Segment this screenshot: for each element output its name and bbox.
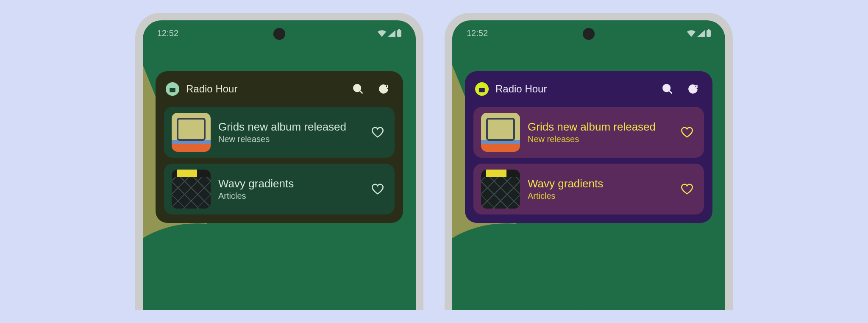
wifi-icon bbox=[687, 30, 696, 37]
refresh-icon bbox=[378, 83, 389, 95]
svg-point-2 bbox=[173, 89, 175, 91]
clock: 12:52 bbox=[467, 28, 488, 38]
app-icon[interactable] bbox=[475, 82, 489, 96]
item-texts: Wavy gradients Articles bbox=[218, 177, 361, 201]
status-bar: 12:52 bbox=[143, 20, 416, 46]
radio-icon bbox=[478, 85, 486, 93]
item-title: Wavy gradients bbox=[218, 177, 361, 190]
refresh-icon bbox=[687, 83, 699, 95]
item-title: Grids new album released bbox=[528, 120, 670, 134]
item-texts: Grids new album released New releases bbox=[528, 120, 670, 144]
radio-hour-widget[interactable]: Radio Hour Grids new album released New … bbox=[465, 71, 712, 223]
battery-icon bbox=[707, 29, 711, 37]
heart-icon bbox=[371, 183, 384, 195]
svg-line-4 bbox=[360, 91, 363, 94]
status-bar: 12:52 bbox=[452, 20, 725, 46]
item-subtitle: Articles bbox=[528, 191, 670, 201]
widget-header: Radio Hour bbox=[473, 80, 704, 98]
item-thumbnail bbox=[481, 170, 520, 209]
status-icons bbox=[687, 29, 711, 37]
widget-title: Radio Hour bbox=[186, 83, 342, 95]
refresh-button[interactable] bbox=[684, 80, 702, 98]
phone-mockup-dynamic-theme: 12:52 Radio Hour bbox=[445, 13, 733, 310]
search-button[interactable] bbox=[349, 80, 367, 98]
clock: 12:52 bbox=[157, 28, 178, 38]
signal-icon bbox=[697, 30, 705, 37]
svg-rect-1 bbox=[397, 30, 401, 37]
widget-header: Radio Hour bbox=[164, 80, 395, 98]
screen: 12:52 Radio Hour bbox=[452, 20, 725, 310]
widget-title: Radio Hour bbox=[495, 83, 651, 95]
item-subtitle: Articles bbox=[218, 191, 361, 201]
search-icon bbox=[662, 83, 673, 95]
item-subtitle: New releases bbox=[218, 134, 361, 144]
svg-point-3 bbox=[354, 85, 361, 92]
wifi-icon bbox=[378, 30, 386, 37]
svg-line-9 bbox=[669, 91, 672, 94]
radio-icon bbox=[169, 85, 176, 93]
search-icon bbox=[352, 83, 364, 95]
favorite-button[interactable] bbox=[368, 180, 387, 198]
favorite-button[interactable] bbox=[678, 123, 696, 142]
item-texts: Wavy gradients Articles bbox=[528, 177, 670, 201]
signal-icon bbox=[388, 30, 395, 37]
battery-icon bbox=[397, 29, 401, 37]
favorite-button[interactable] bbox=[678, 180, 696, 198]
item-thumbnail bbox=[172, 170, 211, 209]
item-texts: Grids new album released New releases bbox=[218, 120, 361, 144]
item-thumbnail bbox=[481, 113, 520, 152]
svg-rect-6 bbox=[707, 30, 711, 37]
item-title: Wavy gradients bbox=[528, 177, 670, 190]
list-item[interactable]: Grids new album released New releases bbox=[164, 107, 395, 158]
app-icon[interactable] bbox=[166, 82, 179, 96]
item-thumbnail bbox=[172, 113, 211, 152]
favorite-button[interactable] bbox=[368, 123, 387, 142]
status-icons bbox=[378, 29, 401, 37]
svg-point-7 bbox=[483, 89, 484, 91]
radio-hour-widget[interactable]: Radio Hour Grids new album released New … bbox=[156, 71, 403, 223]
item-title: Grids new album released bbox=[218, 120, 361, 134]
list-item[interactable]: Grids new album released New releases bbox=[473, 107, 704, 158]
svg-point-8 bbox=[663, 85, 670, 92]
heart-icon bbox=[681, 126, 693, 139]
phone-mockup-standard-theme: 12:52 Radio Hour bbox=[135, 13, 423, 310]
svg-rect-0 bbox=[398, 29, 400, 30]
heart-icon bbox=[681, 183, 693, 195]
list-item[interactable]: Wavy gradients Articles bbox=[164, 164, 395, 214]
svg-rect-5 bbox=[708, 29, 709, 30]
item-subtitle: New releases bbox=[528, 134, 670, 144]
search-button[interactable] bbox=[658, 80, 677, 98]
list-item[interactable]: Wavy gradients Articles bbox=[473, 164, 704, 214]
refresh-button[interactable] bbox=[374, 80, 393, 98]
screen: 12:52 Radio Hour bbox=[143, 20, 416, 310]
heart-icon bbox=[371, 126, 384, 139]
